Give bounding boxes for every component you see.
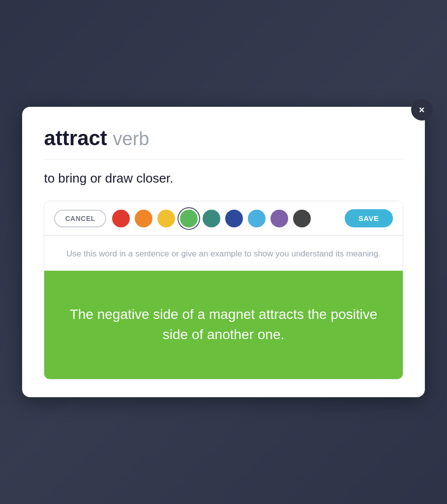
color-dot-orange[interactable] bbox=[135, 210, 152, 227]
save-button[interactable]: SAVE bbox=[345, 209, 393, 227]
color-toolbar: CANCEL SAVE bbox=[44, 201, 402, 236]
modal-overlay: × attract verb to bring or draw closer. … bbox=[0, 0, 447, 504]
example-card: CANCEL SAVE Use this word in a sentence … bbox=[44, 201, 403, 379]
word-title: attract verb bbox=[44, 126, 403, 150]
color-dot-yellow[interactable] bbox=[157, 210, 175, 227]
modal-container: × attract verb to bring or draw closer. … bbox=[22, 107, 424, 397]
color-dot-sky[interactable] bbox=[248, 210, 266, 227]
color-dot-teal[interactable] bbox=[203, 210, 220, 227]
example-text: The negative side of a magnet attracts t… bbox=[64, 305, 383, 345]
close-button[interactable]: × bbox=[411, 99, 433, 121]
color-picker bbox=[112, 210, 339, 227]
color-dot-navy[interactable] bbox=[225, 210, 243, 227]
part-of-speech: verb bbox=[113, 128, 149, 149]
placeholder-text: Use this word in a sentence or give an e… bbox=[44, 236, 402, 270]
color-dot-red[interactable] bbox=[112, 210, 130, 227]
word-text: attract bbox=[44, 126, 107, 150]
color-dot-purple[interactable] bbox=[270, 210, 288, 227]
word-definition: to bring or draw closer. bbox=[44, 170, 403, 187]
example-area[interactable]: The negative side of a magnet attracts t… bbox=[44, 271, 402, 379]
close-icon: × bbox=[419, 105, 425, 115]
color-dot-dark[interactable] bbox=[293, 210, 311, 227]
cancel-button[interactable]: CANCEL bbox=[54, 210, 106, 227]
color-dot-green[interactable] bbox=[180, 210, 198, 227]
title-divider bbox=[44, 159, 403, 159]
